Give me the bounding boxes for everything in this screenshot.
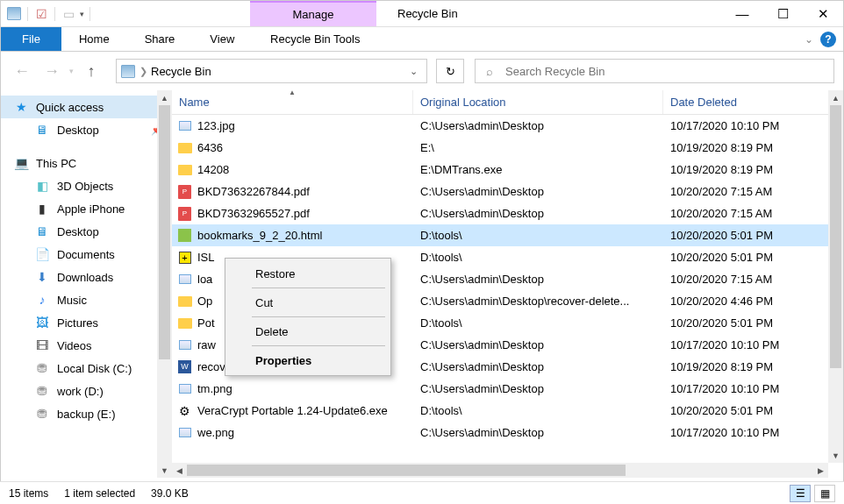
file-date-deleted: 10/19/2020 8:19 PM bbox=[663, 163, 843, 176]
file-row[interactable]: 123.jpgC:\Users\admin\Desktop10/17/2020 … bbox=[172, 115, 843, 137]
file-original-location: C:\Users\admin\Desktop bbox=[413, 382, 663, 395]
maximize-button[interactable]: ☐ bbox=[762, 1, 803, 26]
scroll-down-icon[interactable]: ▼ bbox=[828, 448, 843, 463]
scroll-up-icon[interactable]: ▲ bbox=[828, 90, 843, 105]
file-name: VeraCrypt Portable 1.24-Update6.exe bbox=[197, 404, 388, 417]
folder-icon bbox=[177, 316, 192, 330]
properties-icon[interactable]: ☑ bbox=[33, 6, 49, 22]
back-button[interactable]: ← bbox=[10, 59, 34, 83]
desktop-icon: 🖥 bbox=[34, 122, 50, 138]
nav-label: Downloads bbox=[57, 271, 113, 284]
history-dropdown-icon[interactable]: ▾ bbox=[69, 67, 74, 75]
scroll-thumb[interactable] bbox=[830, 105, 841, 368]
search-box[interactable]: ⌕ bbox=[475, 59, 834, 83]
file-name: ISL bbox=[197, 251, 215, 264]
file-row[interactable]: PBKD73632965527.pdfC:\Users\admin\Deskto… bbox=[172, 202, 843, 224]
folder-icon bbox=[177, 162, 192, 177]
view-tab[interactable]: View bbox=[192, 27, 252, 51]
scroll-thumb[interactable] bbox=[159, 105, 170, 359]
ctx-properties[interactable]: Properties bbox=[227, 347, 389, 373]
nav-item-pictures[interactable]: 🖼Pictures bbox=[1, 311, 172, 334]
nav-item-desktop[interactable]: 🖥Desktop📌 bbox=[1, 118, 172, 141]
recycle-bin-tools-tab[interactable]: Recycle Bin Tools bbox=[252, 27, 378, 51]
navpane-scrollbar[interactable]: ▲ ▼ bbox=[157, 90, 172, 478]
image-icon bbox=[177, 425, 192, 440]
refresh-button[interactable]: ↻ bbox=[436, 59, 464, 83]
file-original-location: D:\tools\ bbox=[413, 316, 663, 330]
scroll-left-icon[interactable]: ◀ bbox=[172, 463, 187, 478]
ribbon: File Home Share View Recycle Bin Tools ⌄… bbox=[1, 27, 843, 52]
file-date-deleted: 10/17/2020 10:10 PM bbox=[663, 338, 843, 351]
file-row[interactable]: bookmarks_9_2_20.htmlD:\tools\10/20/2020… bbox=[172, 224, 843, 246]
nav-item-music[interactable]: ♪Music bbox=[1, 288, 172, 311]
file-date-deleted: 10/17/2020 10:10 PM bbox=[663, 426, 843, 439]
nav-this-pc[interactable]: 💻 This PC bbox=[1, 152, 172, 174]
window-title: Recycle Bin bbox=[376, 1, 722, 26]
file-row[interactable]: tm.pngC:\Users\admin\Desktop10/17/2020 1… bbox=[172, 378, 843, 400]
address-location[interactable]: Recycle Bin bbox=[151, 65, 404, 78]
file-name: we.png bbox=[197, 426, 234, 439]
help-icon[interactable]: ? bbox=[820, 32, 836, 47]
nav-item-backup--e--[interactable]: ⛃backup (E:) bbox=[1, 402, 172, 425]
share-tab[interactable]: Share bbox=[127, 27, 193, 51]
details-view-button[interactable]: ☰ bbox=[790, 485, 811, 502]
context-tab-manage[interactable]: Manage bbox=[250, 1, 376, 26]
minimize-button[interactable]: — bbox=[722, 1, 762, 26]
qat-placeholder-icon[interactable]: ▭ bbox=[61, 6, 76, 22]
ribbon-collapse-icon[interactable]: ⌄ bbox=[805, 33, 813, 46]
column-name[interactable]: ▲ Name bbox=[172, 90, 413, 114]
file-row[interactable]: ⚙VeraCrypt Portable 1.24-Update6.exeD:\t… bbox=[172, 400, 843, 422]
file-row[interactable]: we.pngC:\Users\admin\Desktop10/17/2020 1… bbox=[172, 422, 843, 444]
forward-button[interactable]: → bbox=[39, 59, 64, 83]
address-bar[interactable]: ❯ Recycle Bin ⌄ bbox=[116, 59, 427, 83]
ctx-delete[interactable]: Delete bbox=[227, 318, 389, 344]
music-icon: ♪ bbox=[34, 292, 50, 308]
scroll-thumb[interactable] bbox=[187, 465, 626, 476]
nav-item-videos[interactable]: 🎞Videos bbox=[1, 334, 172, 357]
column-date-deleted[interactable]: Date Deleted bbox=[663, 90, 843, 114]
nav-item-3d-objects[interactable]: ◧3D Objects bbox=[1, 174, 172, 197]
file-original-location: C:\Users\admin\Desktop bbox=[413, 185, 663, 198]
nav-item-local-disk--c--[interactable]: ⛃Local Disk (C:) bbox=[1, 357, 172, 380]
scroll-down-icon[interactable]: ▼ bbox=[157, 463, 172, 478]
file-original-location: C:\Users\admin\Desktop bbox=[413, 426, 663, 439]
scroll-up-icon[interactable]: ▲ bbox=[157, 90, 172, 105]
address-dropdown-icon[interactable]: ⌄ bbox=[404, 66, 423, 77]
file-row[interactable]: PBKD73632267844.pdfC:\Users\admin\Deskto… bbox=[172, 181, 843, 202]
file-tab[interactable]: File bbox=[1, 27, 61, 51]
docs-icon: 📄 bbox=[34, 246, 50, 262]
desktop-icon: 🖥 bbox=[34, 224, 50, 239]
file-name: Op bbox=[197, 295, 212, 308]
scroll-right-icon[interactable]: ▶ bbox=[813, 463, 828, 478]
vertical-scrollbar[interactable]: ▲ ▼ bbox=[828, 90, 843, 463]
qat-dropdown-icon[interactable]: ▾ bbox=[80, 10, 84, 18]
nav-quick-access[interactable]: ★ Quick access bbox=[1, 96, 172, 118]
nav-item-desktop[interactable]: 🖥Desktop bbox=[1, 220, 172, 243]
recycle-bin-icon bbox=[120, 63, 136, 79]
nav-item-apple-iphone[interactable]: ▮Apple iPhone bbox=[1, 197, 172, 220]
ctx-restore[interactable]: Restore bbox=[227, 260, 389, 287]
ctx-cut[interactable]: Cut bbox=[227, 289, 389, 316]
search-input[interactable] bbox=[505, 65, 823, 78]
nav-item-work--d--[interactable]: ⛃work (D:) bbox=[1, 380, 172, 402]
nav-item-documents[interactable]: 📄Documents bbox=[1, 243, 172, 266]
home-tab[interactable]: Home bbox=[61, 27, 127, 51]
chevron-right-icon[interactable]: ❯ bbox=[139, 66, 147, 77]
file-original-location: C:\Users\admin\Desktop bbox=[413, 360, 663, 373]
nav-item-downloads[interactable]: ⬇Downloads bbox=[1, 266, 172, 288]
close-button[interactable]: ✕ bbox=[803, 1, 843, 26]
column-header: ▲ Name Original Location Date Deleted bbox=[172, 90, 843, 115]
pics-icon: 🖼 bbox=[34, 315, 50, 330]
file-row[interactable]: 6436E:\10/19/2020 8:19 PM bbox=[172, 137, 843, 159]
thumbnails-view-button[interactable]: ▦ bbox=[814, 485, 835, 502]
column-original-location[interactable]: Original Location bbox=[413, 90, 663, 114]
folder-icon bbox=[177, 294, 192, 309]
sort-ascending-icon: ▲ bbox=[289, 89, 296, 96]
separator bbox=[89, 7, 90, 21]
file-name: 6436 bbox=[197, 141, 223, 154]
horizontal-scrollbar[interactable]: ◀ ▶ bbox=[172, 463, 828, 478]
up-button[interactable]: ↑ bbox=[79, 59, 104, 83]
context-menu: Restore Cut Delete Properties bbox=[225, 258, 391, 376]
nav-label: Music bbox=[57, 294, 87, 307]
file-row[interactable]: 14208E:\DMTrans.exe10/19/2020 8:19 PM bbox=[172, 159, 843, 181]
